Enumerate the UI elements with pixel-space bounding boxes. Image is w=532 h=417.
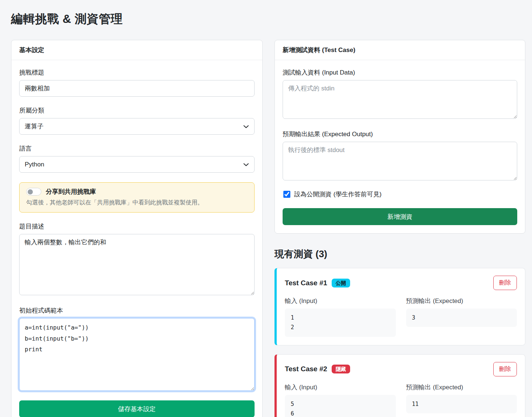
challenge-title-input[interactable] — [19, 80, 255, 97]
case-expected-value: 3 — [406, 309, 517, 327]
share-toggle-description: 勾選後，其他老師可以在「共用挑戰庫」中看到此挑戰並複製使用。 — [26, 199, 248, 207]
case-input-label: 輸入 (Input) — [285, 383, 396, 392]
add-test-case-button[interactable]: 新增測資 — [283, 208, 517, 225]
description-textarea[interactable]: 輸入兩個整數，輸出它們的和 — [19, 234, 255, 295]
existing-tests-heading: 現有測資 (3) — [274, 248, 525, 261]
test-input-textarea[interactable] — [283, 80, 517, 119]
new-test-case-card: 新增測試資料 (Test Case) 測試輸入資料 (Input Data) 預… — [274, 40, 525, 234]
test-case-title: Test Case #1 — [285, 279, 327, 287]
test-case-card: Test Case #1 公開 刪除 輸入 (Input) 1 2 預測輸出 (… — [274, 268, 525, 345]
test-case-card: Test Case #2 隱藏 刪除 輸入 (Input) 5 6 預測輸出 (… — [274, 354, 525, 417]
page-title: 編輯挑戰 & 測資管理 — [11, 11, 532, 27]
share-to-library-box: 分享到共用挑戰庫 勾選後，其他老師可以在「共用挑戰庫」中看到此挑戰並複製使用。 — [19, 182, 255, 213]
category-label: 所屬分類 — [19, 106, 255, 115]
chevron-down-icon — [243, 124, 249, 130]
public-test-checkbox-label: 設為公開測資 (學生作答前可見) — [294, 190, 381, 199]
challenge-title-label: 挑戰標題 — [19, 68, 255, 77]
language-select-value: Python — [25, 161, 44, 168]
basic-settings-header: 基本設定 — [11, 40, 262, 60]
language-label: 語言 — [19, 144, 255, 153]
toggle-knob — [28, 189, 33, 194]
case-expected-label: 預測輸出 (Expected) — [406, 297, 517, 305]
delete-test-case-button[interactable]: 刪除 — [493, 276, 517, 290]
expected-output-textarea[interactable] — [283, 142, 517, 180]
test-case-title: Test Case #2 — [285, 365, 327, 373]
hidden-badge: 隱藏 — [332, 365, 350, 373]
description-label: 題目描述 — [19, 222, 255, 231]
chevron-down-icon — [243, 162, 249, 168]
public-test-checkbox[interactable] — [283, 191, 290, 198]
share-toggle-label: 分享到共用挑戰庫 — [46, 187, 96, 196]
public-badge: 公開 — [332, 279, 350, 287]
share-toggle[interactable] — [26, 188, 41, 196]
case-expected-label: 預測輸出 (Expected) — [406, 383, 517, 392]
starter-code-textarea[interactable]: a=int(input("a=")) b=int(input("b=")) pr… — [19, 318, 255, 391]
basic-settings-card: 基本設定 挑戰標題 所屬分類 運算子 語言 — [11, 40, 263, 417]
category-select-value: 運算子 — [25, 122, 44, 131]
page: 編輯挑戰 & 測資管理 基本設定 挑戰標題 所屬分類 運算子 — [0, 0, 532, 417]
delete-test-case-button[interactable]: 刪除 — [493, 362, 517, 376]
test-input-label: 測試輸入資料 (Input Data) — [283, 68, 517, 77]
case-input-value: 5 6 — [285, 395, 396, 417]
case-expected-value: 11 — [406, 395, 517, 413]
save-basic-settings-button[interactable]: 儲存基本設定 — [19, 400, 255, 417]
case-input-label: 輸入 (Input) — [285, 297, 396, 305]
expected-output-label: 預期輸出結果 (Expected Output) — [283, 130, 517, 138]
case-input-value: 1 2 — [285, 309, 396, 337]
category-select[interactable]: 運算子 — [19, 118, 255, 135]
starter-code-label: 初始程式碼範本 — [19, 306, 255, 315]
language-select[interactable]: Python — [19, 156, 255, 173]
new-test-case-header: 新增測試資料 (Test Case) — [275, 40, 525, 60]
